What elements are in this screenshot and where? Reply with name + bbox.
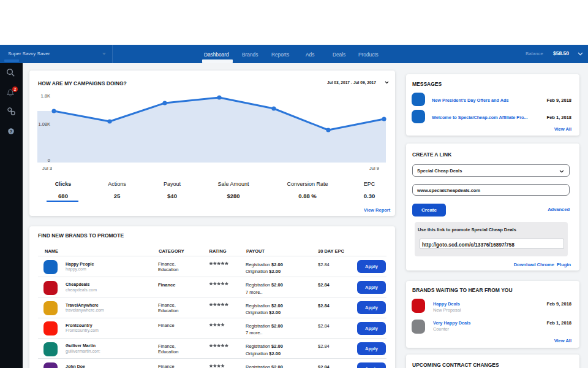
svg-text:?: ? <box>10 129 12 134</box>
